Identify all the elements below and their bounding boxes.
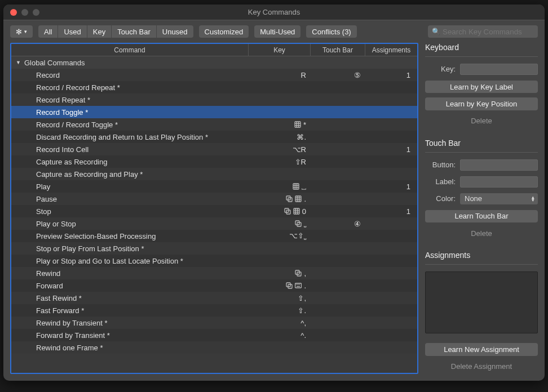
color-select[interactable]: None ▴▾ — [460, 193, 538, 204]
learn-assignment-button[interactable]: Learn New Assignment — [425, 343, 538, 355]
svg-rect-0 — [295, 122, 300, 127]
disclosure-icon: ▼ — [16, 60, 21, 65]
svg-rect-19 — [294, 208, 299, 214]
table-row[interactable]: Forward. — [11, 279, 417, 292]
learn-key-label-button[interactable]: Learn by Key Label — [425, 81, 538, 93]
table-row[interactable]: Play⎵1 — [11, 180, 417, 193]
tb-color-row: Color: None ▴▾ — [425, 193, 538, 204]
table-row[interactable]: Rewind, — [11, 267, 417, 279]
command-cell: Preview Selection-Based Processing — [11, 232, 249, 240]
screens-icon — [284, 208, 291, 215]
table-header: Command Key Touch Bar Assignments — [11, 44, 417, 56]
touchbar-delete-button[interactable]: Delete — [425, 227, 538, 239]
screens-icon — [295, 220, 302, 227]
table-row[interactable]: Rewind by Transient *^, — [11, 317, 417, 329]
numpad-icon — [294, 121, 301, 128]
touchbar-title: Touch Bar — [425, 139, 538, 148]
keyboard-icon — [295, 282, 302, 289]
keyboard-title: Keyboard — [425, 43, 538, 52]
search-icon: 🔍 — [432, 28, 440, 35]
table-row[interactable]: Record / Record Repeat * — [11, 81, 417, 93]
customized-button[interactable]: Customized — [199, 25, 249, 38]
learn-key-position-button[interactable]: Learn by Key Position — [425, 97, 538, 110]
commands-table: Command Key Touch Bar Assignments ▼Globa… — [10, 43, 418, 374]
search-wrap: 🔍 — [428, 25, 538, 38]
key-cell: ^. — [249, 331, 311, 340]
key-field-row: Key: — [425, 64, 538, 75]
key-cell: ⇧R — [249, 158, 311, 166]
table-row[interactable]: Play or Stop˽④ — [11, 217, 417, 230]
command-cell: Record — [11, 71, 249, 79]
conflicts-button[interactable]: Conflicts (3) — [306, 25, 356, 38]
tb-button-input[interactable] — [460, 159, 538, 171]
table-row[interactable]: Record / Record Toggle ** — [11, 118, 417, 131]
key-cell: ^, — [249, 319, 311, 327]
key-cell: . — [249, 195, 311, 203]
col-command[interactable]: Command — [11, 44, 249, 56]
key-cell: ⇧. — [249, 306, 311, 315]
numpad-icon — [293, 208, 300, 215]
screens-icon — [295, 270, 302, 277]
svg-rect-12 — [295, 196, 301, 202]
filter-used[interactable]: Used — [58, 25, 87, 38]
command-cell: Fast Rewind * — [11, 294, 249, 302]
svg-rect-5 — [293, 184, 299, 189]
table-row[interactable]: Capture as Recording and Play * — [11, 168, 417, 180]
assign-cell: 1 — [365, 145, 417, 154]
assign-cell: 1 — [365, 207, 417, 216]
col-assignments[interactable]: Assignments — [365, 44, 417, 56]
filter-unused[interactable]: Unused — [157, 25, 193, 38]
key-cell: ⌘. — [249, 133, 311, 141]
table-row[interactable]: Record Repeat * — [11, 93, 417, 106]
command-cell: Record Toggle * — [11, 108, 249, 117]
command-cell: Play — [11, 182, 249, 191]
learn-touchbar-button[interactable]: Learn Touch Bar — [425, 210, 538, 222]
assignments-title: Assignments — [425, 251, 538, 260]
command-cell: Play or Stop and Go to Last Locate Posit… — [11, 257, 249, 265]
table-row[interactable]: Fast Forward *⇧. — [11, 304, 417, 317]
search-input[interactable] — [428, 25, 538, 38]
table-row[interactable]: Stop01 — [11, 205, 417, 217]
command-cell: Record Into Cell — [11, 145, 249, 154]
key-cell: 0 — [249, 207, 311, 216]
window-title: Key Commands — [3, 8, 545, 16]
table-row[interactable]: Capture as Recording⇧R — [11, 155, 417, 168]
table-row[interactable]: Rewind one Frame * — [11, 341, 417, 354]
col-key[interactable]: Key — [249, 44, 311, 56]
table-row[interactable]: Record Into Cell⌥R1 — [11, 143, 417, 155]
keyboard-delete-button[interactable]: Delete — [425, 115, 538, 127]
numpad-icon — [293, 183, 299, 190]
multiused-button[interactable]: Multi-Used — [254, 25, 300, 38]
table-row[interactable]: Preview Selection-Based Processing⌥⇧˽ — [11, 230, 417, 242]
key-input[interactable] — [460, 64, 538, 75]
chevron-updown-icon: ▴▾ — [532, 196, 534, 202]
delete-assignment-button[interactable]: Delete Assignment — [425, 360, 538, 373]
tb-button-label: Button: — [425, 161, 456, 169]
assign-cell: 1 — [365, 71, 417, 79]
col-touchbar[interactable]: Touch Bar — [311, 44, 365, 56]
action-menu-button[interactable]: ✻ ▾ — [10, 25, 33, 38]
command-cell: Rewind by Transient * — [11, 319, 249, 327]
table-row[interactable]: Forward by Transient *^. — [11, 329, 417, 341]
group-header[interactable]: ▼Global Commands — [11, 56, 417, 69]
tb-label-input[interactable] — [460, 176, 538, 188]
svg-rect-30 — [295, 283, 302, 288]
table-row[interactable]: Play or Stop and Go to Last Locate Posit… — [11, 255, 417, 267]
table-row[interactable]: Stop or Play From Last Position * — [11, 242, 417, 255]
screens-icon — [286, 282, 293, 289]
table-row[interactable]: Discard Recording and Return to Last Pla… — [11, 131, 417, 143]
filter-key[interactable]: Key — [87, 25, 112, 38]
table-row[interactable]: Fast Rewind *⇧, — [11, 292, 417, 304]
filter-touchbar[interactable]: Touch Bar — [112, 25, 157, 38]
command-cell: Pause — [11, 195, 249, 203]
sidebar: Keyboard Key: Learn by Key Label Learn b… — [425, 43, 538, 374]
tb-label-label: Label: — [425, 177, 456, 186]
table-row[interactable]: RecordR⑤1 — [11, 69, 417, 81]
table-row[interactable]: Pause. — [11, 193, 417, 205]
table-row[interactable]: Record Toggle * — [11, 106, 417, 118]
filter-all[interactable]: All — [38, 25, 58, 38]
screens-icon — [286, 195, 293, 202]
command-cell: Discard Recording and Return to Last Pla… — [11, 133, 249, 141]
command-cell: Capture as Recording and Play * — [11, 170, 249, 179]
assignments-list[interactable] — [425, 271, 538, 333]
